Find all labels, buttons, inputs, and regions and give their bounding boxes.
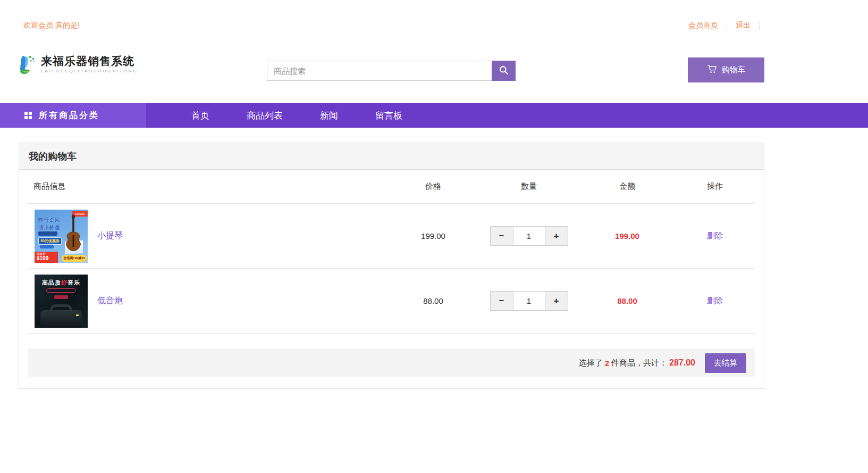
logo-title: 来福乐器销售系统 (41, 54, 138, 68)
promo-pill (40, 245, 54, 248)
unit-price: 199.00 (421, 231, 445, 240)
cart-table: 商品信息 价格 数量 金额 操作 LOGO 静音柔风 清凉舒适 50元优惠券 (19, 170, 764, 388)
promo-pill (54, 295, 68, 299)
line-amount: 88.00 (617, 296, 637, 305)
logout-link[interactable]: 退出 (736, 21, 751, 30)
search-icon (499, 65, 509, 77)
site-logo[interactable]: 来福乐器销售系统 LAIFULEQIXIAOSHOUXITONG (19, 54, 138, 78)
promo-pill (46, 288, 76, 293)
price-badge: 优惠价: ¥199 (35, 252, 58, 263)
checkout-button[interactable]: 去结算 (705, 353, 746, 373)
nav-item-product-list[interactable]: 商品列表 (247, 110, 283, 122)
speaker-graphic (40, 310, 82, 328)
selected-count: 2 (603, 359, 611, 368)
cart-panel: 我的购物车 商品信息 价格 数量 金额 操作 LOGO 静音柔风 清凉舒适 50… (19, 143, 764, 389)
nav-item-news[interactable]: 新闻 (320, 110, 338, 122)
table-row: 高品质好音乐 低音炮 88.00 − + (28, 269, 755, 334)
product-name-link[interactable]: 小提琴 (97, 230, 123, 242)
coupon-badge: 50元优惠券 (38, 237, 62, 245)
increase-button[interactable]: + (545, 226, 568, 246)
table-row: LOGO 静音柔风 清凉舒适 50元优惠券 (28, 204, 755, 269)
promo-text: 高品质好音乐 (35, 279, 88, 287)
column-header-action: 操作 (675, 181, 755, 192)
topbar-links: 会员首页 退出 (688, 21, 760, 30)
line-amount: 199.00 (615, 231, 639, 240)
unit-price: 88.00 (423, 296, 443, 305)
delete-link[interactable]: 删除 (707, 231, 723, 240)
welcome-message: 欢迎会员 真的是! (23, 21, 80, 30)
search-bar (267, 61, 516, 81)
cart-button[interactable]: 购物车 (688, 57, 764, 82)
delete-link[interactable]: 删除 (707, 296, 723, 305)
promo-pill (38, 231, 57, 236)
main-nav: 所有商品分类 首页 商品列表 新闻 留言板 (0, 103, 868, 128)
member-home-link[interactable]: 会员首页 (688, 21, 718, 30)
product-image-subwoofer[interactable]: 高品质好音乐 (35, 275, 88, 328)
nav-item-home[interactable]: 首页 (191, 110, 209, 122)
cart-button-label: 购物车 (722, 65, 746, 75)
total-amount: 287.00 (667, 358, 697, 368)
page-title: 我的购物车 (19, 143, 764, 170)
cart-icon (707, 64, 718, 76)
nav-links: 首页 商品列表 新闻 留言板 (191, 103, 402, 128)
quantity-input[interactable] (513, 226, 545, 246)
search-button[interactable] (492, 61, 516, 81)
quantity-stepper: − + (490, 226, 568, 246)
separator (727, 21, 727, 30)
promo-text: 清凉舒适 (38, 224, 60, 231)
nav-item-message-board[interactable]: 留言板 (375, 110, 402, 122)
column-header-qty: 数量 (478, 181, 579, 192)
product-name-link[interactable]: 低音炮 (97, 295, 123, 306)
logo-subtitle: LAIFULEQIXIAOSHOUXITONG (41, 69, 138, 73)
summary-prefix: 选择了 (579, 358, 603, 368)
column-header-product: 商品信息 (28, 181, 388, 192)
table-header-row: 商品信息 价格 数量 金额 操作 (28, 170, 755, 204)
decrease-button[interactable]: − (490, 291, 513, 311)
quantity-input[interactable] (513, 291, 545, 311)
column-header-price: 价格 (388, 181, 478, 192)
category-menu[interactable]: 所有商品分类 (0, 103, 146, 128)
separator (759, 21, 760, 30)
column-header-amount: 金额 (579, 181, 675, 192)
cart-summary-bar: 选择了 2 件商品，共计： 287.00 去结算 (28, 348, 755, 377)
search-input[interactable] (267, 61, 492, 81)
promo-text: 静音柔风 (38, 217, 60, 224)
violin-graphic (61, 214, 85, 259)
quantity-stepper: − + (490, 291, 568, 311)
promo-badge: 全场满199减20 (62, 255, 87, 262)
page: 欢迎会员 真的是! 会员首页 退出 来福乐器销售系统 LAIFULEQIXIAO… (0, 0, 868, 473)
increase-button[interactable]: + (545, 291, 568, 311)
grid-icon (24, 112, 32, 119)
decrease-button[interactable]: − (490, 226, 513, 246)
speaker-light (76, 314, 79, 316)
category-menu-label: 所有商品分类 (39, 110, 99, 121)
product-image-violin[interactable]: LOGO 静音柔风 清凉舒适 50元优惠券 (35, 210, 88, 263)
logo-icon (19, 54, 37, 78)
summary-suffix: 件商品，共计： (611, 358, 667, 368)
